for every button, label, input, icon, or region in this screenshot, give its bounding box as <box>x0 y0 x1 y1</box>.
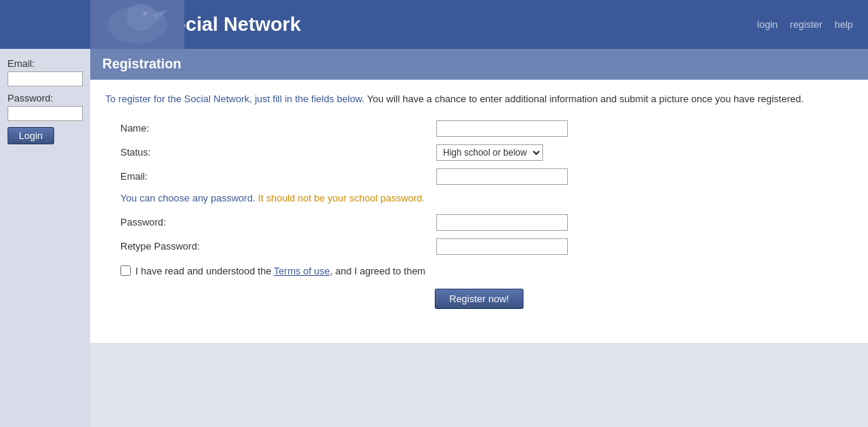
name-row: Name: <box>105 120 853 137</box>
password-input-wrapper <box>436 214 568 231</box>
email-row: Email: <box>105 168 853 185</box>
password-note-part2: It should not be your school password. <box>255 192 424 204</box>
header-logo-bird <box>90 0 184 49</box>
header-nav: login register help <box>757 19 853 30</box>
register-button-row: Register now! <box>105 289 853 309</box>
terms-label: I have read and understood the Terms of … <box>135 265 426 277</box>
name-input-wrapper <box>436 120 568 137</box>
email-label: Email: <box>105 171 436 182</box>
password-label: Password: <box>105 217 436 228</box>
password-note: You can choose any password. It should n… <box>105 192 853 204</box>
status-row: Status: High school or below College stu… <box>105 144 853 161</box>
svg-point-1 <box>126 4 156 31</box>
sidebar-password-label: Password: <box>8 92 83 104</box>
retype-password-label: Retype Password: <box>105 241 436 252</box>
terms-link[interactable]: Terms of use <box>274 265 329 277</box>
sidebar-email-input[interactable] <box>8 71 83 86</box>
intro-part2: You will have a chance to enter addition… <box>365 93 804 104</box>
page-body: Email: Password: Login Registration To r… <box>0 49 868 427</box>
intro-text: To register for the Social Network, just… <box>105 92 853 107</box>
terms-checkbox-row: I have read and understood the Terms of … <box>120 265 853 277</box>
email-input-wrapper <box>436 168 568 185</box>
retype-password-input-wrapper <box>436 238 568 255</box>
register-button[interactable]: Register now! <box>435 289 523 309</box>
name-label: Name: <box>105 123 436 134</box>
terms-checkbox[interactable] <box>120 265 131 276</box>
nav-login[interactable]: login <box>757 19 778 30</box>
sidebar-password-input[interactable] <box>8 106 83 121</box>
nav-register[interactable]: register <box>790 19 822 30</box>
email-input[interactable] <box>436 168 568 185</box>
header: The Social Network login register help <box>0 0 868 49</box>
password-note-part1: You can choose any password. <box>120 192 255 204</box>
sidebar-email-label: Email: <box>8 58 83 69</box>
nav-help[interactable]: help <box>834 19 853 30</box>
status-select[interactable]: High school or below College student Gra… <box>436 144 543 161</box>
svg-point-3 <box>143 11 147 16</box>
password-row: Password: <box>105 214 853 231</box>
name-input[interactable] <box>436 120 568 137</box>
status-label: Status: <box>105 147 436 158</box>
status-input-wrapper: High school or below College student Gra… <box>436 144 543 161</box>
registration-header: Registration <box>90 49 868 80</box>
retype-password-input[interactable] <box>436 238 568 255</box>
login-button[interactable]: Login <box>8 127 54 144</box>
password-input[interactable] <box>436 214 568 231</box>
sidebar: Email: Password: Login <box>0 49 90 427</box>
retype-password-row: Retype Password: <box>105 238 853 255</box>
intro-part1: To register for the Social Network, just… <box>105 93 365 104</box>
main-content: Registration To register for the Social … <box>90 49 868 427</box>
registration-body: To register for the Social Network, just… <box>90 80 868 343</box>
